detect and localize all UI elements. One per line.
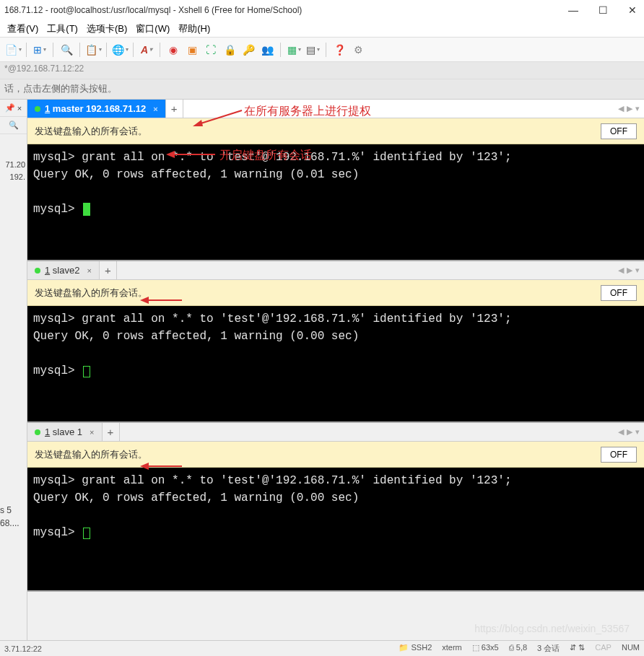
- key-icon[interactable]: 🔑: [241, 43, 256, 57]
- sidebar-ip: 71.20192.: [0, 156, 27, 185]
- font-icon[interactable]: A: [139, 43, 154, 57]
- status-sess2: 3 会话: [537, 643, 560, 654]
- status-num: NUM: [622, 643, 640, 654]
- pin-icon[interactable]: 📌 ×: [0, 100, 27, 117]
- layout-icon[interactable]: ▦: [287, 43, 301, 57]
- broadcast-bar-2: 发送键盘输入的所有会话。 OFF: [27, 280, 644, 306]
- pane-master: 1 master 192.168.71.12 × + ◀▶▾ 发送键盘输入的所有…: [27, 100, 644, 261]
- tab-nav-right-icon[interactable]: ▶: [627, 266, 632, 275]
- broadcast-off-button[interactable]: OFF: [601, 123, 637, 139]
- tab-nav-left-icon[interactable]: ◀: [618, 104, 624, 113]
- tab-nav-left-icon[interactable]: ◀: [618, 427, 624, 437]
- status-cap: CAP: [595, 643, 612, 654]
- tab-slave2[interactable]: 1 slave2 ×: [27, 261, 100, 279]
- window-title: 168.71.12 - root@localhost:/usr/local/my…: [4, 5, 302, 15]
- tab-master[interactable]: 1 master 192.168.71.12 ×: [27, 100, 166, 118]
- menu-tabs[interactable]: 选项卡(B): [87, 22, 127, 35]
- broadcast-off-button[interactable]: OFF: [601, 285, 637, 301]
- main-area: 1 master 192.168.71.12 × + ◀▶▾ 发送键盘输入的所有…: [27, 100, 644, 640]
- broadcast-bar-1: 发送键盘输入的所有会话。 OFF: [27, 118, 644, 144]
- sidebar-search-icon[interactable]: 🔍: [0, 117, 27, 134]
- tab-nav-right-icon[interactable]: ▶: [627, 427, 632, 437]
- statusbar: 3.71.12:22 📁 SSH2 xterm ⬚ 63x5 ⎙ 5,8 3 会…: [0, 640, 644, 656]
- status-term: xterm: [442, 643, 462, 654]
- lock-icon[interactable]: 🔒: [222, 43, 237, 57]
- red-circle-icon[interactable]: ◉: [166, 43, 180, 57]
- terminal-3[interactable]: mysql> grant all on *.* to 'test'@'192.1…: [27, 468, 644, 590]
- status-size: ⬚ 63x5: [472, 643, 499, 654]
- tab-slave1[interactable]: 1 slave 1 ×: [27, 423, 103, 441]
- address-text: *@192.168.71.12:22: [4, 64, 84, 74]
- copy-icon[interactable]: 📋: [86, 43, 100, 57]
- session-icon[interactable]: 📄: [6, 43, 20, 57]
- tab-nav-left-icon[interactable]: ◀: [618, 266, 624, 275]
- tab-menu-icon[interactable]: ▾: [635, 427, 640, 437]
- add-tab-button[interactable]: +: [166, 100, 183, 118]
- fullscreen-icon[interactable]: ⛶: [204, 43, 218, 57]
- maximize-button[interactable]: ☐: [599, 4, 608, 16]
- status-host: 3.71.12:22: [4, 644, 42, 653]
- close-button[interactable]: ✕: [628, 4, 637, 16]
- status-sess1: ⎙ 5,8: [509, 643, 527, 654]
- add-tab-button[interactable]: +: [100, 261, 117, 279]
- globe-icon[interactable]: 🌐: [113, 43, 127, 57]
- status-dot-icon: [35, 268, 40, 274]
- minimize-button[interactable]: —: [568, 4, 578, 16]
- broadcast-bar-3: 发送键盘输入的所有会话。 OFF: [27, 442, 644, 468]
- tab-close-icon[interactable]: ×: [87, 266, 91, 275]
- broadcast-msg: 发送键盘输入的所有会话。: [35, 125, 147, 138]
- menu-tools[interactable]: 工具(T): [47, 22, 78, 35]
- tab-menu-icon[interactable]: ▾: [635, 104, 640, 113]
- tab-nav-right-icon[interactable]: ▶: [627, 104, 632, 113]
- terminal-2[interactable]: mysql> grant all on *.* to 'test'@'192.1…: [27, 306, 644, 421]
- add-tab-button[interactable]: +: [103, 423, 120, 441]
- grid-icon[interactable]: ▤: [305, 43, 320, 57]
- help-icon[interactable]: ❓: [332, 43, 347, 57]
- search-icon[interactable]: 🔍: [59, 43, 74, 57]
- menu-help[interactable]: 帮助(H): [178, 22, 210, 35]
- menu-window[interactable]: 窗口(W): [136, 22, 170, 35]
- status-dot-icon: [35, 429, 40, 435]
- orange-icon[interactable]: ▣: [185, 43, 199, 57]
- hint-text: 话，点击左侧的箭头按钮。: [4, 83, 117, 94]
- pane-slave1: 1 slave 1 × + ◀▶▾ 发送键盘输入的所有会话。 OFF mysql…: [27, 423, 644, 592]
- menubar: 查看(V) 工具(T) 选项卡(B) 窗口(W) 帮助(H): [0, 20, 644, 38]
- hintbar: 话，点击左侧的箭头按钮。: [0, 79, 644, 100]
- titlebar: 168.71.12 - root@localhost:/usr/local/my…: [0, 0, 644, 20]
- pane-slave2: 1 slave2 × + ◀▶▾ 发送键盘输入的所有会话。 OFF mysql>…: [27, 261, 644, 423]
- broadcast-off-button[interactable]: OFF: [601, 447, 637, 463]
- broadcast-msg: 发送键盘输入的所有会话。: [35, 287, 147, 299]
- terminal-1[interactable]: mysql> grant all on *.* to 'test'@'192.1…: [27, 144, 644, 260]
- status-dot-icon: [35, 106, 40, 112]
- new-icon[interactable]: ⊞: [32, 43, 47, 57]
- settings-icon[interactable]: ⚙: [351, 43, 365, 57]
- tabstrip-1: 1 master 192.168.71.12 × + ◀▶▾: [27, 100, 644, 118]
- sidebar-text: s 5 68....: [0, 504, 19, 530]
- addressbar: *@192.168.71.12:22: [0, 62, 644, 79]
- users-icon[interactable]: 👥: [260, 43, 274, 57]
- menu-view[interactable]: 查看(V): [7, 22, 38, 35]
- tabstrip-3: 1 slave 1 × + ◀▶▾: [27, 423, 644, 442]
- left-sidebar: 📌 × 🔍 71.20192.: [0, 100, 27, 640]
- toolbar: 📄 ⊞ 🔍 📋 🌐 A ◉ ▣ ⛶ 🔒 🔑 👥 ▦ ▤ ❓ ⚙: [0, 38, 644, 62]
- tabstrip-2: 1 slave2 × + ◀▶▾: [27, 261, 644, 280]
- broadcast-msg: 发送键盘输入的所有会话。: [35, 448, 147, 461]
- tab-menu-icon[interactable]: ▾: [635, 266, 640, 275]
- tab-close-icon[interactable]: ×: [153, 105, 157, 113]
- window-buttons: — ☐ ✕: [568, 4, 640, 16]
- status-ssh: 📁 SSH2: [399, 643, 432, 654]
- tab-close-icon[interactable]: ×: [90, 428, 94, 437]
